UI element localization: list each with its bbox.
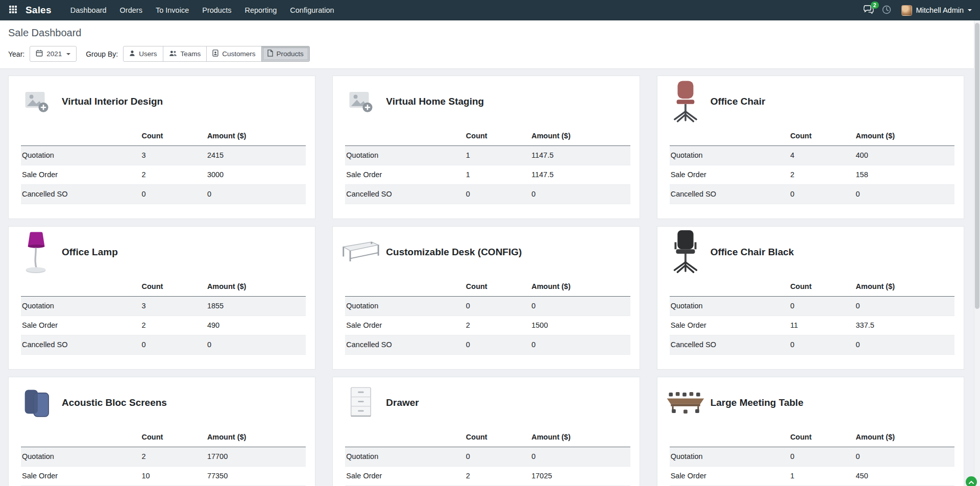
row-label: Cancelled SO [345, 184, 464, 204]
user-icon [129, 50, 135, 58]
row-amount: 0 [206, 335, 306, 354]
row-count: 2 [465, 315, 530, 335]
column-header-count: Count [465, 126, 530, 145]
column-header-amount: Amount ($) [530, 277, 630, 296]
kpi-row: Cancelled SO00 [345, 184, 630, 204]
office-chair-black-image [666, 229, 705, 275]
card-header: Office Lamp [9, 227, 315, 276]
card-header: Drawer [333, 377, 639, 426]
group-by-label: Group By: [86, 50, 118, 58]
product-card: Drawer Count Amount ($) Quotation00Sale … [332, 377, 640, 486]
row-count: 3 [140, 145, 206, 165]
activity-clock-button[interactable] [882, 5, 891, 16]
row-count: 0 [140, 184, 206, 204]
kpi-row: Quotation00 [670, 447, 954, 466]
acoustic-screens-image [17, 380, 57, 426]
clock-icon [882, 5, 891, 16]
empty-header-cell [345, 427, 464, 447]
nav-item-products[interactable]: Products [195, 0, 238, 20]
control-panel: Sale Dashboard Year: 2021 Group By: [0, 20, 980, 69]
row-label: Quotation [345, 145, 464, 165]
column-header-count: Count [465, 427, 530, 447]
vertical-scrollbar[interactable] [974, 20, 980, 486]
systray: 2 Mitchell Admin [864, 0, 974, 20]
product-card: Large Meeting Table Count Amount ($) Quo… [657, 377, 964, 486]
apps-menu-button[interactable] [5, 0, 20, 20]
row-label: Sale Order [670, 315, 789, 335]
row-count: 0 [789, 447, 854, 466]
row-count: 0 [465, 447, 530, 466]
product-card: Customizable Desk (CONFIG) Count Amount … [332, 226, 640, 370]
row-label: Quotation [21, 145, 140, 165]
user-menu[interactable]: Mitchell Admin [899, 0, 974, 20]
messages-button[interactable]: 2 [864, 5, 874, 15]
column-header-amount: Amount ($) [206, 277, 306, 296]
kpi-table: Count Amount ($) Quotation32415Sale Orde… [21, 126, 306, 204]
kpi-row: Quotation32415 [21, 145, 306, 165]
row-amount: 0 [530, 447, 630, 466]
row-amount: 0 [855, 335, 954, 354]
kpi-header-row: Count Amount ($) [345, 427, 630, 447]
row-label: Cancelled SO [670, 335, 789, 354]
row-count: 0 [789, 296, 854, 315]
product-title: Office Chair Black [710, 247, 794, 258]
nav-item-reporting[interactable]: Reporting [238, 0, 283, 20]
empty-header-cell [670, 427, 789, 447]
card-header: Large Meeting Table [657, 377, 964, 426]
row-amount: 158 [855, 165, 954, 184]
row-amount: 1147.5 [530, 165, 630, 184]
kpi-row: Quotation00 [345, 296, 630, 315]
scrollbar-thumb[interactable] [975, 23, 979, 309]
empty-header-cell [21, 126, 140, 145]
column-header-count: Count [140, 126, 206, 145]
row-amount: 0 [855, 447, 954, 466]
empty-header-cell [21, 427, 140, 447]
caret-down-icon [968, 9, 972, 11]
row-count: 0 [465, 184, 530, 204]
user-avatar [901, 5, 912, 16]
group-by-products-label: Products [277, 50, 304, 58]
kpi-row: Quotation11147.5 [345, 145, 630, 165]
kpi-header-row: Count Amount ($) [21, 427, 306, 447]
app-name[interactable]: Sales [26, 5, 52, 16]
drawer-image [341, 380, 381, 426]
group-by-teams-button[interactable]: Teams [163, 46, 207, 62]
row-amount: 0 [855, 296, 954, 315]
group-by-teams-label: Teams [181, 50, 201, 58]
row-count: 2 [789, 165, 854, 184]
row-amount: 1147.5 [530, 145, 630, 165]
kpi-header-row: Count Amount ($) [345, 277, 630, 296]
row-label: Quotation [345, 296, 464, 315]
row-amount: 0 [530, 184, 630, 204]
column-header-count: Count [789, 126, 854, 145]
year-dropdown[interactable]: 2021 [30, 46, 77, 62]
row-label: Quotation [21, 447, 140, 466]
nav-item-dashboard[interactable]: Dashboard [64, 0, 113, 20]
scroll-top-button[interactable] [966, 476, 977, 486]
nav-item-to-invoice[interactable]: To Invoice [149, 0, 195, 20]
kpi-row: Sale Order21500 [345, 315, 630, 335]
column-header-amount: Amount ($) [206, 126, 306, 145]
kpi-row: Cancelled SO00 [21, 184, 306, 204]
product-card: Office Chair Count Amount ($) Quotation4… [657, 76, 964, 219]
row-count: 0 [789, 184, 854, 204]
row-count: 2 [465, 466, 530, 485]
row-count: 0 [789, 335, 854, 354]
row-count: 4 [789, 145, 854, 165]
group-by-customers-button[interactable]: Customers [206, 46, 261, 62]
year-label: Year: [8, 50, 24, 58]
kpi-row: Sale Order2158 [670, 165, 954, 184]
office-lamp-image [17, 229, 57, 275]
desk-image [341, 229, 381, 275]
card-header: Virtual Interior Design [9, 76, 315, 125]
row-label: Quotation [345, 447, 464, 466]
office-chair-image [666, 79, 705, 125]
column-header-count: Count [465, 277, 530, 296]
nav-item-orders[interactable]: Orders [113, 0, 149, 20]
group-by-users-label: Users [139, 50, 157, 58]
group-by-users-button[interactable]: Users [123, 46, 163, 62]
group-by-products-button[interactable]: Products [261, 46, 310, 62]
kpi-table: Count Amount ($) Quotation11147.5Sale Or… [345, 126, 630, 204]
product-title: Acoustic Bloc Screens [62, 397, 167, 408]
nav-item-configuration[interactable]: Configuration [283, 0, 340, 20]
